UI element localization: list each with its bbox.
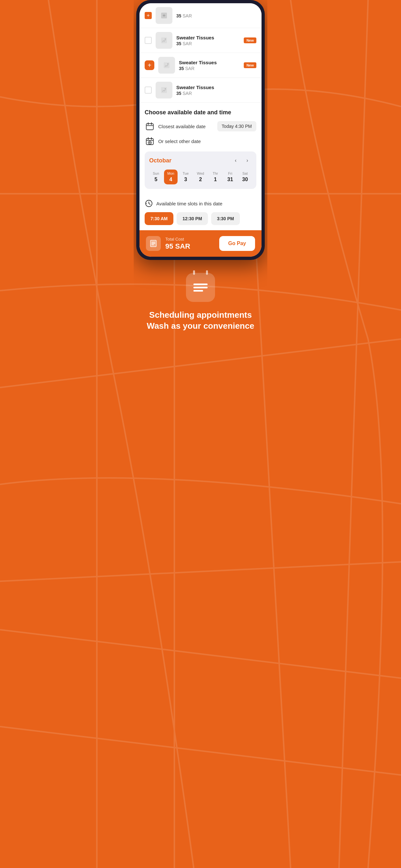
tagline: Scheduling appointments Wash as your con…: [143, 310, 258, 332]
closest-date-row: Closest available date Today 4:30 PM: [145, 121, 256, 131]
other-date-row[interactable]: Or select other date: [145, 136, 256, 146]
time-slots-container: 7:30 AM12:30 PM3:30 PM: [145, 212, 256, 225]
go-pay-button[interactable]: Go Pay: [219, 236, 255, 251]
product-thumbnail: [158, 57, 175, 73]
calendar-navigation: ‹ ›: [231, 156, 252, 165]
section-title: Choose available date and time: [145, 109, 256, 116]
calendar-days: Sun5Mon4Tue3Wed2Thr1Fri31Sat30: [149, 169, 252, 184]
product-name: Sweater Tissues: [179, 60, 240, 65]
bottom-section: Scheduling appointments Wash as your con…: [134, 260, 267, 351]
tagline-line2: Wash as your convenience: [143, 321, 258, 332]
svg-rect-12: [164, 62, 169, 68]
calendar-add-icon: [145, 136, 155, 146]
date-section: Choose available date and time Closest a…: [140, 103, 261, 199]
product-item: + 35 SAR: [140, 3, 261, 28]
svg-rect-14: [161, 87, 167, 93]
closest-date-value[interactable]: Today 4:30 PM: [217, 121, 256, 131]
new-badge: New: [244, 62, 256, 68]
calendar-day[interactable]: Wed2: [194, 169, 207, 184]
product-name: Sweater Tissues: [176, 85, 256, 90]
calendar-day[interactable]: Mon4: [164, 169, 178, 184]
time-section: Available time slots in this date 7:30 A…: [140, 199, 261, 230]
next-month-button[interactable]: ›: [243, 156, 252, 165]
calendar-icon: [145, 121, 155, 131]
cost-details: Total Cost 95 SAR: [165, 237, 190, 251]
svg-point-15: [165, 88, 166, 89]
product-item: Sweater Tissues 35 SAR New: [140, 28, 261, 53]
product-thumbnail: [156, 82, 173, 98]
receipt-icon: [146, 236, 161, 251]
svg-line-29: [149, 204, 150, 205]
svg-rect-10: [161, 37, 167, 43]
bottom-bar: Total Cost 95 SAR Go Pay: [140, 230, 261, 257]
prev-month-button[interactable]: ‹: [231, 156, 240, 165]
add-button[interactable]: +: [145, 60, 154, 70]
product-price: 35 SAR: [176, 91, 256, 96]
time-slot-button[interactable]: 12:30 PM: [177, 212, 208, 225]
svg-point-13: [167, 63, 168, 65]
calendar-day[interactable]: Thr1: [209, 169, 222, 184]
product-price: 35 SAR: [179, 66, 240, 71]
app-icon-large: [186, 273, 215, 302]
tagline-line1: Scheduling appointments: [143, 310, 258, 321]
product-name: Sweater Tissues: [176, 35, 240, 40]
product-price: 35 SAR: [176, 13, 256, 19]
product-info: Sweater Tissues 35 SAR: [179, 60, 240, 71]
calendar-day[interactable]: Sun5: [149, 169, 163, 184]
product-info: Sweater Tissues 35 SAR: [176, 35, 240, 46]
product-checkbox[interactable]: +: [145, 12, 152, 19]
time-slot-button[interactable]: 7:30 AM: [145, 212, 174, 225]
cost-amount: 95 SAR: [165, 242, 190, 251]
calendar-day[interactable]: Fri31: [223, 169, 237, 184]
calendar-month: Octobar: [149, 157, 172, 164]
product-info: Sweater Tissues 35 SAR: [176, 85, 256, 96]
svg-rect-16: [146, 124, 153, 130]
product-checkbox[interactable]: [145, 37, 152, 44]
product-item: Sweater Tissues 35 SAR: [140, 78, 261, 103]
cost-label: Total Cost: [165, 237, 190, 242]
calendar-header: Octobar ‹ ›: [149, 156, 252, 165]
product-info: 35 SAR: [176, 12, 256, 19]
time-slot-button[interactable]: 3:30 PM: [211, 212, 240, 225]
cost-info: Total Cost 95 SAR: [146, 236, 190, 251]
product-thumbnail: [156, 7, 173, 24]
closest-date-label: Closest available date: [145, 121, 206, 131]
product-item: + Sweater Tissues 35 SAR New: [140, 53, 261, 78]
product-thumbnail: [156, 32, 173, 49]
new-badge: New: [244, 37, 256, 43]
svg-point-11: [165, 38, 166, 40]
calendar-day[interactable]: Tue3: [179, 169, 192, 184]
product-checkbox[interactable]: [145, 87, 152, 94]
time-slots-label: Available time slots in this date: [145, 199, 256, 208]
product-price: 35 SAR: [176, 41, 240, 46]
calendar-day[interactable]: Sat30: [238, 169, 252, 184]
product-list: + 35 SAR: [140, 3, 261, 103]
calendar-widget: Octobar ‹ › Sun5Mon4Tue3Wed2Thr1Fri31Sat…: [145, 151, 256, 189]
